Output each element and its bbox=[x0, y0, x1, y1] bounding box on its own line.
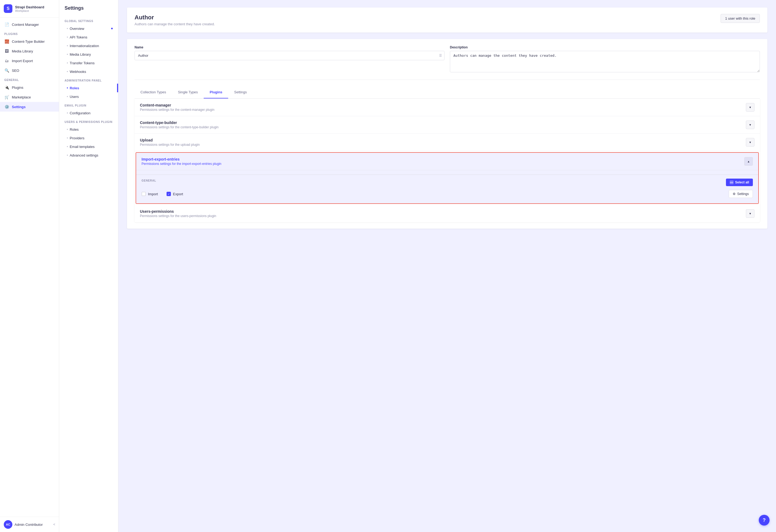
sidebar-section-general: GENERAL bbox=[0, 75, 59, 82]
plugin-chevron-import-export-entries[interactable]: ▴ bbox=[744, 157, 753, 166]
sidebar-item-plugins[interactable]: 🔌 Plugins bbox=[0, 82, 59, 92]
settings-item-overview[interactable]: Overview bbox=[59, 24, 118, 33]
sidebar-item-media-library[interactable]: 🖼 Media Library bbox=[0, 46, 59, 56]
sidebar-item-content-manager[interactable]: 📄 Content Manager bbox=[0, 20, 59, 29]
settings-section-users-permissions: USERS & PERMISSIONS PLUGIN bbox=[59, 117, 118, 125]
settings-section-admin: ADMINISTRATION PANEL bbox=[59, 76, 118, 84]
settings-item-webhooks[interactable]: Webhooks bbox=[59, 67, 118, 76]
plugin-expanded-import-export-entries: GENERAL — Select all Import bbox=[136, 170, 758, 203]
plugin-settings-button[interactable]: ⚙ Settings bbox=[729, 190, 753, 198]
sidebar-footer[interactable]: AC Admin Contributor < bbox=[0, 517, 59, 532]
description-field-group: Description Authors can manage the conte… bbox=[450, 45, 760, 73]
sidebar-item-label: Media Library bbox=[12, 49, 33, 53]
checkbox-import[interactable]: Import bbox=[142, 192, 158, 196]
tab-settings[interactable]: Settings bbox=[228, 86, 253, 98]
help-button[interactable]: ? bbox=[759, 515, 770, 526]
role-header-card: Author Authors can manage the content th… bbox=[127, 8, 767, 33]
plugin-header-content-type-builder[interactable]: Content-type-builder Permissions setting… bbox=[135, 116, 760, 134]
tab-plugins[interactable]: Plugins bbox=[204, 86, 228, 98]
settings-item-providers[interactable]: Providers bbox=[59, 134, 118, 142]
plugin-info-content-manager: Content-manager Permissions settings for… bbox=[140, 103, 214, 111]
import-checkbox-box[interactable] bbox=[142, 192, 146, 196]
media-library-icon: 🖼 bbox=[4, 49, 9, 53]
plugin-chevron-content-manager[interactable]: ▾ bbox=[746, 103, 755, 111]
main-content: Author Authors can manage the content th… bbox=[119, 0, 776, 532]
select-all-label: Select all bbox=[735, 181, 749, 184]
plugin-desc: Permissions settings for the upload plug… bbox=[140, 143, 200, 147]
name-field-group: Name ⠿ bbox=[135, 45, 444, 73]
user-name: Admin Contributor bbox=[15, 523, 43, 527]
sidebar-item-content-type-builder[interactable]: 🧱 Content-Type Builder bbox=[0, 37, 59, 46]
select-all-minus-icon: — bbox=[730, 181, 734, 184]
plugin-info-import-export-entries: Import-export-entries Permissions settin… bbox=[142, 157, 221, 166]
plugin-chevron-users-permissions[interactable]: ▾ bbox=[746, 209, 755, 218]
sidebar-item-marketplace[interactable]: 🛒 Marketplace bbox=[0, 92, 59, 102]
input-edit-icon: ⠿ bbox=[439, 53, 442, 58]
plugin-header-content-manager[interactable]: Content-manager Permissions settings for… bbox=[135, 99, 760, 116]
settings-panel: Settings GLOBAL SETTINGS Overview API To… bbox=[59, 0, 119, 532]
content-type-builder-icon: 🧱 bbox=[4, 39, 9, 44]
app-logo: S bbox=[4, 4, 12, 13]
tab-collection-types[interactable]: Collection Types bbox=[135, 86, 172, 98]
plugin-desc: Permissions settings for the content-man… bbox=[140, 108, 214, 111]
expand-divider bbox=[136, 175, 758, 175]
role-subtitle: Authors can manage the content they have… bbox=[135, 22, 215, 26]
tab-single-types[interactable]: Single Types bbox=[172, 86, 204, 98]
checkboxes-row: Import ✓ Export bbox=[142, 192, 183, 196]
role-header-info: Author Authors can manage the content th… bbox=[135, 14, 215, 26]
settings-item-up-roles[interactable]: Roles bbox=[59, 125, 118, 134]
user-count-button[interactable]: 1 user with this role bbox=[721, 14, 760, 23]
plugin-header-import-export-entries[interactable]: Import-export-entries Permissions settin… bbox=[136, 153, 758, 170]
settings-item-configuration[interactable]: Configuration bbox=[59, 109, 118, 117]
settings-icon: ⚙️ bbox=[4, 104, 9, 109]
settings-item-roles[interactable]: Roles bbox=[59, 84, 118, 92]
seo-icon: 🔍 bbox=[4, 68, 9, 73]
sidebar-item-label: SEO bbox=[12, 68, 19, 73]
plugins-icon: 🔌 bbox=[4, 85, 9, 90]
checkboxes-and-settings: Import ✓ Export ⚙ Settings bbox=[142, 190, 753, 198]
name-input[interactable] bbox=[135, 51, 444, 60]
form-fields-row: Name ⠿ Description Authors can manage th… bbox=[135, 45, 760, 80]
content-manager-icon: 📄 bbox=[4, 22, 9, 27]
plugin-chevron-content-type-builder[interactable]: ▾ bbox=[746, 120, 755, 129]
settings-item-advanced-settings[interactable]: Advanced settings bbox=[59, 151, 118, 160]
settings-item-transfer-tokens[interactable]: Transfer Tokens bbox=[59, 59, 118, 67]
sidebar-section-plugins: PLUGINS bbox=[0, 29, 59, 37]
sidebar-item-settings[interactable]: ⚙️ Settings bbox=[0, 102, 59, 111]
settings-item-internationalization[interactable]: Internationalization bbox=[59, 41, 118, 50]
plugin-header-users-permissions[interactable]: Users-permissions Permissions settings f… bbox=[135, 205, 760, 222]
sidebar-header: S Strapi Dashboard Workplace bbox=[0, 0, 59, 17]
plugin-name: Users-permissions bbox=[140, 209, 216, 214]
app-title-group: Strapi Dashboard Workplace bbox=[15, 5, 44, 12]
settings-item-api-tokens[interactable]: API Tokens bbox=[59, 33, 118, 41]
settings-btn-label: Settings bbox=[737, 192, 749, 196]
plugin-info-upload: Upload Permissions settings for the uplo… bbox=[140, 138, 200, 147]
sidebar-item-import-export[interactable]: 🗂 Import Export bbox=[0, 56, 59, 66]
plugin-header-upload[interactable]: Upload Permissions settings for the uplo… bbox=[135, 134, 760, 151]
settings-item-email-templates[interactable]: Email templates bbox=[59, 142, 118, 151]
settings-section-email: EMAIL PLUGIN bbox=[59, 101, 118, 109]
checkbox-export[interactable]: ✓ Export bbox=[167, 192, 183, 196]
plugin-row-users-permissions: Users-permissions Permissions settings f… bbox=[135, 205, 760, 222]
plugin-row-content-type-builder: Content-type-builder Permissions setting… bbox=[135, 116, 760, 134]
sidebar-item-label: Content-Type Builder bbox=[12, 39, 45, 44]
sidebar-item-label: Content Manager bbox=[12, 23, 39, 27]
tabs-bar: Collection Types Single Types Plugins Se… bbox=[135, 86, 760, 99]
app-subtitle: Workplace bbox=[15, 9, 44, 12]
plugin-row-upload: Upload Permissions settings for the uplo… bbox=[135, 134, 760, 151]
general-header: GENERAL — Select all bbox=[142, 179, 753, 186]
sidebar-collapse-icon[interactable]: < bbox=[53, 523, 55, 526]
role-title: Author bbox=[135, 14, 215, 21]
role-form: Name ⠿ Description Authors can manage th… bbox=[127, 39, 767, 229]
settings-item-users[interactable]: Users bbox=[59, 92, 118, 101]
plugin-info-users-permissions: Users-permissions Permissions settings f… bbox=[140, 209, 216, 218]
export-checkbox-box[interactable]: ✓ bbox=[167, 192, 171, 196]
plugin-chevron-upload[interactable]: ▾ bbox=[746, 138, 755, 147]
plugin-name: Content-manager bbox=[140, 103, 214, 107]
marketplace-icon: 🛒 bbox=[4, 95, 9, 99]
select-all-button[interactable]: — Select all bbox=[726, 179, 753, 186]
description-textarea[interactable]: Authors can manage the content they have… bbox=[450, 51, 760, 72]
settings-item-media-library-settings[interactable]: Media Library bbox=[59, 50, 118, 59]
sidebar-item-seo[interactable]: 🔍 SEO bbox=[0, 66, 59, 75]
export-label: Export bbox=[173, 192, 183, 196]
